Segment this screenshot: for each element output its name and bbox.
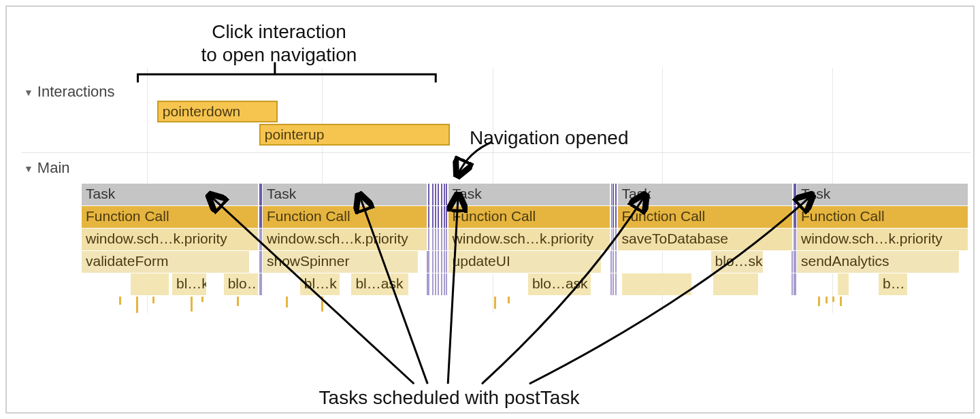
task-span[interactable]: Task (263, 184, 428, 205)
function-call-span[interactable]: Function Call (82, 206, 259, 228)
scheduler-span[interactable]: window.sch…k.priority (82, 229, 259, 250)
task-span[interactable]: Task (448, 184, 612, 205)
annotation-text: Tasks scheduled with postTask (279, 386, 619, 409)
scheduler-span[interactable]: saveToDatabase (618, 229, 794, 250)
block-span[interactable]: blo…sk (711, 251, 764, 273)
disclosure-triangle-icon[interactable]: ▼ (24, 87, 33, 98)
flame-row-blocks (82, 273, 969, 295)
block-span[interactable] (131, 273, 171, 295)
block-span[interactable] (838, 273, 850, 295)
block-span[interactable]: bl…k (172, 273, 208, 295)
disclosure-triangle-icon[interactable]: ▼ (24, 163, 33, 174)
task-span[interactable]: Task (797, 184, 969, 205)
block-span[interactable]: bl…ask (351, 273, 410, 295)
task-span[interactable]: Task (618, 184, 794, 205)
track-header-interactions[interactable]: ▼ Interactions (24, 83, 115, 101)
user-fn-span[interactable]: sendAnalytics (797, 251, 960, 273)
interaction-bar[interactable]: pointerup (259, 124, 450, 146)
block-span[interactable]: blo…ask (528, 273, 592, 295)
annotation-top: Click interaction to open navigation (143, 20, 415, 66)
track-divider (22, 152, 970, 153)
track-label: Main (37, 159, 70, 177)
task-span[interactable]: Task (82, 184, 259, 205)
track-header-main[interactable]: ▼ Main (24, 159, 70, 177)
annotation-text: Click interaction to open navigation (143, 20, 415, 66)
block-span[interactable] (713, 273, 760, 295)
scheduler-span[interactable]: window.sch…k.priority (797, 229, 969, 250)
track-label: Interactions (37, 83, 115, 101)
block-span[interactable]: blo…sk (224, 273, 259, 295)
user-fn-span[interactable]: validateForm (82, 251, 250, 273)
scheduler-span[interactable]: window.sch…k.priority (448, 229, 612, 250)
activity-spikes (82, 297, 969, 317)
function-call-span[interactable]: Function Call (618, 206, 794, 228)
block-span[interactable]: bl…k (300, 273, 341, 295)
devtools-performance-trace: ▼ Interactions pointerdownpointerup ▼ Ma… (5, 5, 975, 414)
annotation-bottom: Tasks scheduled with postTask (279, 386, 619, 409)
function-call-span[interactable]: Function Call (263, 206, 428, 228)
scheduler-span[interactable]: window.sch…k.priority (263, 229, 428, 250)
user-fn-span[interactable]: showSpinner (263, 251, 419, 273)
block-span[interactable]: b… (879, 273, 909, 295)
interaction-bar[interactable]: pointerdown (157, 101, 278, 122)
interactions-lane[interactable]: pointerdownpointerup (82, 101, 969, 148)
function-call-span[interactable]: Function Call (448, 206, 612, 228)
user-fn-span[interactable]: updateUI (448, 251, 603, 273)
function-call-span[interactable]: Function Call (797, 206, 969, 228)
block-span[interactable] (622, 273, 693, 295)
